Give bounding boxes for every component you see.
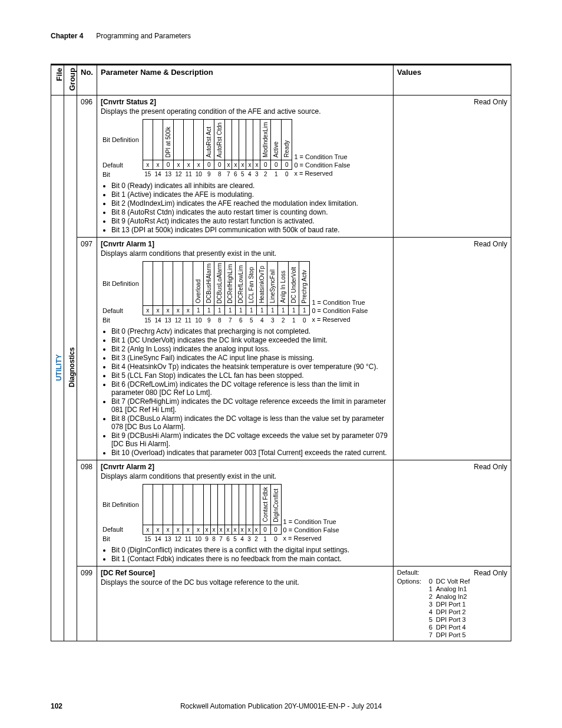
header-pnd: Parameter Name & Description	[97, 65, 394, 95]
values-097: Read Only	[394, 237, 511, 460]
chapter-label: Chapter 4	[51, 32, 83, 40]
readonly-096: Read Only	[474, 98, 507, 106]
readonly-098: Read Only	[474, 463, 507, 471]
list-item: Bit 13 (DPI at 500k) indicates DPI commu…	[111, 226, 389, 234]
list-item: Bit 9 (AutoRst Act) indicates the auto r…	[111, 217, 389, 225]
list-item: Bit 5 (LCL Fan Stop) indicates the LCL f…	[111, 371, 389, 380]
legend-reserved: x = Reserved	[294, 169, 350, 177]
list-item: Bit 0 (Prechrg Actv) indicates that prec…	[111, 327, 389, 335]
bit-label: Bit	[101, 170, 143, 179]
list-item: Bit 7 (DCRefHighLim) indicates the DC vo…	[111, 397, 389, 414]
legend-true: 1 = Condition True	[294, 153, 350, 161]
bittable-096: Bit Definition DPI at 500kAutoRst ActAut…	[101, 119, 353, 179]
default-label-099: Default:	[397, 569, 429, 577]
bitdef-label: Bit Definition	[101, 120, 143, 160]
header-values: Values	[394, 65, 511, 95]
pnd-098: [Cnvrtr Alarm 2] Displays alarm conditio…	[97, 460, 394, 566]
list-item: Bit 0 (Ready) indicates all inhibits are…	[111, 182, 389, 190]
row-097: 097 [Cnvrtr Alarm 1] Displays alarm cond…	[51, 237, 511, 460]
parameter-table: File Group No. Parameter Name & Descript…	[51, 65, 511, 641]
list-item: Bit 0 (DigInConflict) indicates there is…	[111, 546, 389, 554]
row-098: 098 [Cnvrtr Alarm 2] Displays alarm cond…	[51, 460, 511, 566]
list-item: Bit 1 (DC UnderVolt) indicates the DC li…	[111, 336, 389, 344]
list-item: Bit 8 (DCBusLo Alarm) indicates the DC v…	[111, 414, 389, 431]
chapter-title: Programming and Parameters	[96, 32, 191, 40]
page-number: 102	[51, 702, 62, 710]
list-item: Bit 1 (Active) indicates the AFE is modu…	[111, 190, 389, 199]
pnd-096: [Cnvrtr Status 2] Displays the present o…	[97, 95, 394, 238]
list-item: Bit 3 (LineSync Fail) indicates the AC i…	[111, 354, 389, 362]
list-item: Bit 6 (DCRefLowLim) indicates the DC vol…	[111, 380, 389, 397]
bittable-098: Bit Definition Contact FdbkDigInConflict…	[101, 484, 343, 544]
values-096: Read Only	[394, 95, 511, 238]
row-096: UTILITY Diagnostics 096 [Cnvrtr Status 2…	[51, 95, 511, 238]
name-098: [Cnvrtr Alarm 2]	[101, 463, 154, 471]
list-item: Bit 9 (DCBusHi Alarm) indicates the DC v…	[111, 431, 389, 448]
group-cell: Diagnostics	[64, 95, 77, 641]
legend-false: 0 = Condition False	[294, 161, 350, 169]
values-098: Read Only	[394, 460, 511, 566]
desc-097: Displays alarm conditions that presently…	[101, 249, 389, 258]
header-group: Group	[64, 65, 77, 95]
desc-099: Displays the source of the DC bus voltag…	[101, 578, 389, 587]
bullets-098: Bit 0 (DigInConflict) indicates there is…	[111, 546, 389, 563]
list-item: Bit 1 (Contact Fdbk) indicates there is …	[111, 555, 389, 563]
no-097: 097	[77, 237, 97, 460]
no-099: 099	[77, 566, 97, 641]
list-item: Bit 2 (ModIndexLim) indicates the AFE re…	[111, 199, 389, 207]
values-099: Default:Read Only Options:0DC Volt Ref 1…	[394, 566, 511, 641]
group-label: Diagnostics	[68, 347, 76, 387]
desc-096: Displays the present operating condition…	[101, 107, 389, 116]
pnd-099: [DC Ref Source] Displays the source of t…	[97, 566, 394, 641]
list-item: Bit 4 (HeatsinkOv Tp) indicates the heat…	[111, 363, 389, 371]
list-item: Bit 2 (Anlg In Loss) indicates the analo…	[111, 345, 389, 353]
bullets-096: Bit 0 (Ready) indicates all inhibits are…	[111, 182, 389, 234]
name-099: [DC Ref Source]	[101, 569, 155, 577]
running-head: Chapter 4Programming and Parameters	[51, 32, 511, 40]
name-096: [Cnvrtr Status 2]	[101, 98, 156, 106]
pnd-097: [Cnvrtr Alarm 1] Displays alarm conditio…	[97, 237, 394, 460]
publication-line: Rockwell Automation Publication 20Y-UM00…	[180, 702, 382, 710]
file-label: UTILITY	[55, 354, 63, 381]
bullets-097: Bit 0 (Prechrg Actv) indicates that prec…	[111, 327, 389, 457]
list-item: Bit 10 (Overload) indicates that paramet…	[111, 449, 389, 457]
footer: 102 Rockwell Automation Publication 20Y-…	[51, 702, 511, 710]
header-file: File	[51, 65, 64, 95]
default-label: Default	[101, 160, 143, 170]
header-no: No.	[77, 65, 97, 95]
file-cell: UTILITY	[51, 95, 64, 641]
list-item: Bit 8 (AutoRst Ctdn) indicates the auto …	[111, 208, 389, 216]
no-096: 096	[77, 95, 97, 238]
no-098: 098	[77, 460, 97, 566]
desc-098: Displays alarm conditions that presently…	[101, 472, 389, 480]
readonly-099: Read Only	[436, 569, 507, 577]
row-099: 099 [DC Ref Source] Displays the source …	[51, 566, 511, 641]
options-label-099: Options:	[397, 578, 429, 585]
readonly-097: Read Only	[474, 240, 507, 248]
name-097: [Cnvrtr Alarm 1]	[101, 240, 154, 248]
bittable-097: Bit Definition OverloadDCBusHiAlarmDCBus…	[101, 261, 371, 325]
